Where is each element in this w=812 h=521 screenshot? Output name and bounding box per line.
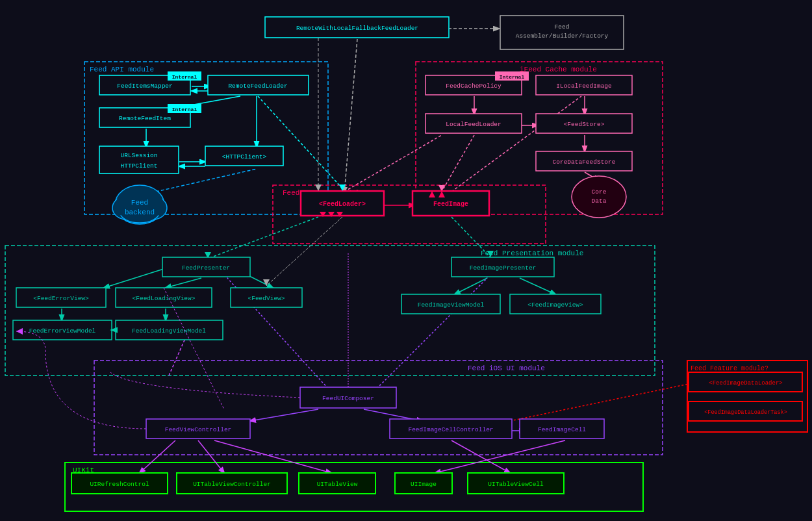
feed-assembler-label2: Assembler/Builder/Factory bbox=[516, 32, 609, 40]
local-feed-loader-label: LocalFeedLoader bbox=[446, 121, 501, 128]
feed-loading-view-label: <FeedLoadingView> bbox=[133, 295, 196, 302]
feed-error-viewmodel-label: FeedErrorViewModel bbox=[29, 327, 96, 335]
local-feed-image-label: ILocalFeedImage bbox=[556, 83, 612, 90]
feed-cache-policy-tag: Internal bbox=[500, 74, 525, 80]
remote-feed-loader-label: RemoteFeedLoader bbox=[228, 83, 287, 90]
feed-assembler-label1: Feed bbox=[555, 23, 570, 31]
feed-items-mapper-tag: Internal bbox=[172, 74, 197, 80]
remote-feed-item-tag: Internal bbox=[172, 107, 197, 112]
feed-ui-composer-label: FeedUIComposer bbox=[322, 395, 374, 402]
feed-backend-label1: Feed bbox=[131, 199, 148, 207]
core-data-label1: Core bbox=[592, 188, 607, 196]
feed-image-data-loader-task-label: <FeedImageDataLoaderTask> bbox=[704, 409, 787, 416]
feed-api-module-label: Feed API module bbox=[90, 66, 154, 73]
feed-backend-label2: backend bbox=[125, 209, 155, 216]
architecture-diagram: Feed API module iFeed Cache module Feed … bbox=[0, 0, 812, 521]
feed-feature-module2-label: Feed Feature module? bbox=[691, 365, 768, 372]
feed-view-controller-label: FeedViewController bbox=[165, 426, 232, 433]
feed-image-label: FeedImage bbox=[433, 201, 468, 208]
core-data-label2: Data bbox=[592, 197, 607, 205]
feed-loader-label: <FeedLoader> bbox=[319, 201, 366, 208]
feed-loading-viewmodel-label: FeedLoadingViewModel bbox=[132, 327, 206, 335]
core-data-ellipse bbox=[572, 176, 626, 218]
feed-image-cell-label: FeedImageCell bbox=[538, 426, 586, 433]
feed-image-viewmodel-label: FeedImageViewModel bbox=[418, 301, 485, 309]
feed-image-view-label: <FeedImageView> bbox=[527, 301, 583, 309]
feed-image-presenter-label: FeedImagePresenter bbox=[470, 264, 537, 272]
ui-table-view-controller-label: UITableViewController bbox=[193, 481, 271, 488]
feed-cache-module-label: iFeed Cache module bbox=[520, 66, 597, 73]
feed-image-cell-controller-label: FeedImageCellController bbox=[408, 426, 493, 433]
feed-presenter-label: FeedPresenter bbox=[182, 264, 230, 272]
remote-feed-item-label: RemoteFeedItem bbox=[119, 115, 171, 122]
remote-with-local-label: RemoteWithLocalFallbackFeedLoader bbox=[296, 25, 418, 32]
feed-view-label: <FeedView> bbox=[247, 295, 285, 302]
http-client-label: <HTTPClient> bbox=[222, 153, 267, 160]
feed-image-data-loader-label: <FeedImageDataLoader> bbox=[709, 380, 782, 387]
feed-presentation-module-label: Feed Presentation module bbox=[481, 249, 583, 257]
ui-table-view-cell-label: UITableViewCell bbox=[488, 481, 544, 488]
diagram-svg: Feed API module iFeed Cache module Feed … bbox=[0, 0, 812, 521]
urlsession-label1: URLSession bbox=[120, 152, 157, 159]
ui-image-label: UIImage bbox=[411, 481, 437, 488]
feed-ios-ui-module-label: Feed iOS UI module bbox=[468, 364, 545, 372]
urlsession-label2: HTTPClient bbox=[120, 162, 157, 170]
feed-items-mapper-label: FeedItemsMapper bbox=[117, 83, 173, 90]
feed-cache-policy-label: FeedCachePolicy bbox=[446, 83, 501, 90]
core-data-feed-store-label: CoreDataFeedStore bbox=[553, 159, 616, 166]
ui-refresh-control-label: UIRefreshControl bbox=[90, 481, 149, 488]
feed-error-view-label: <FeedErrorView> bbox=[33, 295, 89, 302]
ui-table-view-label: UITableView bbox=[317, 481, 358, 488]
feed-store-label: <FeedStore> bbox=[564, 121, 605, 128]
